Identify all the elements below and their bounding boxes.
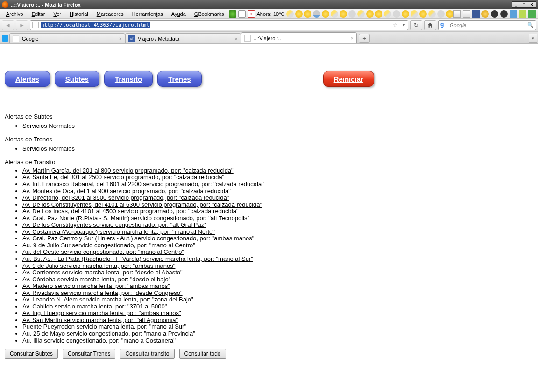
alert-link[interactable]: Av. Directorio, del 3201 al 3500 servici…	[22, 194, 229, 201]
alert-link[interactable]: Av. Rivadavia servicio marcha lenta, por…	[22, 289, 183, 296]
alert-link[interactable]: Au. Illia servicio congestionado, por: "…	[22, 337, 176, 344]
alert-link[interactable]: Av. Gral. Paz Norte (R.Plata - S. Martin…	[22, 215, 249, 222]
tab-close-icon[interactable]: ×	[119, 36, 122, 42]
alert-link[interactable]: Au. del Oeste servicio congestionado, po…	[22, 248, 184, 255]
menu-gbookmarks[interactable]: GBookmarks	[190, 10, 228, 18]
alert-link[interactable]: Av. Corrientes servicio marcha lenta, po…	[22, 269, 183, 276]
address-bar[interactable]: http://localhost:49363/viajero.html ☆ ▼	[30, 20, 408, 30]
weather-icon[interactable]	[411, 10, 418, 18]
menu-ayuda[interactable]: Ayuda	[167, 10, 190, 18]
twitter-icon[interactable]	[2, 35, 8, 42]
alert-link[interactable]: Av. Gral. Paz Centro y Sur (Liniers - Au…	[22, 235, 254, 242]
consultar-todo-button[interactable]: Consultar todo	[179, 349, 226, 359]
notification-icon[interactable]	[481, 10, 489, 18]
alert-link[interactable]: Av. Santa Fe, del 801 al 2500 servicio p…	[22, 174, 224, 181]
weather-icon[interactable]	[304, 10, 311, 18]
weather-icon[interactable]	[331, 10, 338, 18]
menu-ver[interactable]: Ver	[49, 10, 65, 18]
consultar-transito-button[interactable]: Consultar transito	[120, 349, 174, 359]
mail-icon[interactable]	[463, 10, 470, 18]
tab-close-icon[interactable]: ×	[351, 35, 354, 41]
alert-link[interactable]: Av. Costanera (Aeroparque) servicio marc…	[22, 228, 215, 235]
subtes-button[interactable]: Subtes	[55, 71, 99, 87]
status-green-icon[interactable]	[229, 10, 236, 18]
alert-link[interactable]: Av. Ing. Huergo servicio marcha lenta, p…	[22, 309, 181, 316]
extension-icon[interactable]	[510, 10, 517, 18]
weather-icon[interactable]	[340, 10, 347, 18]
mail-icon[interactable]	[453, 10, 461, 18]
menu-editar[interactable]: Editar	[28, 10, 50, 18]
alert-link[interactable]: Av. De los Constituyentes servicio conge…	[22, 221, 206, 228]
transito-section-title: Alertas de Transito	[5, 159, 533, 166]
search-input[interactable]	[449, 22, 525, 28]
tab-viajero-metadata[interactable]: sf Viajero / Metadata ×	[125, 33, 241, 43]
forward-button[interactable]: ►	[16, 20, 28, 30]
transito-button[interactable]: Transito	[104, 71, 153, 87]
weather-icon[interactable]	[402, 10, 409, 18]
trenes-button[interactable]: Trenes	[157, 71, 201, 87]
facebook-icon[interactable]	[472, 10, 480, 18]
home-button[interactable]	[424, 20, 436, 30]
reiniciar-button[interactable]: Reiniciar	[323, 71, 374, 87]
alert-link[interactable]: Av. De los Constituyentes, del 4101 al 6…	[22, 201, 262, 208]
site-identity-icon[interactable]	[32, 22, 39, 28]
alert-link[interactable]: Av. Madero servicio marcha lenta, por: "…	[22, 282, 170, 289]
weather-icon[interactable]	[313, 10, 320, 18]
weather-icon[interactable]	[357, 10, 365, 18]
alert-link[interactable]: Puente Pueyrredon servicio marcha lenta,…	[22, 323, 186, 330]
extension-icon[interactable]	[519, 10, 526, 18]
alert-link[interactable]: Av. San Martín servicio marcha lenta, po…	[22, 316, 178, 323]
alert-link[interactable]: Av. Córdoba servicio marcha lenta, por: …	[22, 276, 170, 283]
new-tab-button[interactable]: +	[359, 34, 370, 43]
back-button[interactable]: ◄	[2, 20, 14, 30]
consultar-trenes-button[interactable]: Consultar Trenes	[63, 349, 115, 359]
maximize-button[interactable]: □	[520, 1, 528, 8]
alert-link[interactable]: Av. 9 de Julio servicio marcha lenta, po…	[22, 262, 175, 269]
bookmark-star-icon[interactable]: ☆	[392, 21, 398, 28]
close-button[interactable]: ✕	[528, 1, 536, 8]
menu-marcadores[interactable]: Marcadores	[92, 10, 128, 18]
alert-link[interactable]: Au. Bs. As. - La Plata (Riachuelo - F. V…	[22, 255, 253, 262]
alert-link[interactable]: Au. 9 de Julio Sur servicio congestionad…	[22, 242, 195, 249]
weather-icon[interactable]	[375, 10, 382, 18]
url-text[interactable]: http://localhost:49363/viajero.html	[41, 22, 150, 28]
alert-link[interactable]: Av. Int. Francisco Rabanal, del 1601 al …	[22, 181, 264, 188]
weather-icon[interactable]	[419, 10, 427, 18]
menu-historial[interactable]: Historial	[65, 10, 92, 18]
extension-icon[interactable]	[491, 10, 498, 18]
alert-link[interactable]: Av. Cabildo servicio marcha lenta, por: …	[22, 303, 167, 310]
alert-link[interactable]: Av. Martín García, del 201 al 800 servic…	[22, 167, 234, 174]
consultar-subtes-button[interactable]: Consultar Subtes	[5, 349, 58, 359]
weather-icon[interactable]	[437, 10, 445, 18]
minimize-button[interactable]: _	[512, 1, 520, 8]
calendar-icon[interactable]	[248, 10, 255, 18]
menu-archivo[interactable]: Archivo	[2, 10, 28, 18]
weather-icon[interactable]	[366, 10, 374, 18]
reload-button[interactable]: ↻	[410, 20, 422, 30]
weather-icon[interactable]	[295, 10, 303, 18]
alert-link[interactable]: Au. 25 de Mayo servicio congestionado, p…	[22, 330, 195, 337]
tab-close-icon[interactable]: ×	[235, 36, 238, 42]
search-go-icon[interactable]: 🔍	[527, 22, 534, 28]
list-item: Av. Int. Francisco Rabanal, del 1601 al …	[22, 181, 533, 188]
tab-google[interactable]: Google ×	[9, 33, 125, 43]
search-bar[interactable]: 🔍	[438, 20, 536, 30]
menu-herramientas[interactable]: Herramientas	[128, 10, 167, 18]
extension-icon[interactable]	[528, 10, 536, 18]
weather-icon[interactable]	[322, 10, 329, 18]
alert-link[interactable]: Av. Montes de Oca, del 1 al 900 servicio…	[22, 188, 231, 195]
extension-icon[interactable]	[500, 10, 508, 18]
alertas-button[interactable]: Alertas	[5, 71, 50, 87]
tab-list-button[interactable]: ▾	[529, 34, 537, 43]
clock-icon[interactable]	[238, 10, 246, 18]
weather-icon[interactable]	[348, 10, 356, 18]
weather-icon[interactable]	[286, 10, 294, 18]
url-dropdown-icon[interactable]: ▼	[402, 23, 406, 28]
weather-icon[interactable]	[384, 10, 391, 18]
alert-link[interactable]: Av. De Los Incas, del 4101 al 4500 servi…	[22, 208, 239, 215]
weather-icon[interactable]	[428, 10, 436, 18]
weather-icon[interactable]	[446, 10, 453, 18]
alert-link[interactable]: Av. Leandro N. Alem servicio marcha lent…	[22, 296, 193, 303]
weather-icon[interactable]	[393, 10, 400, 18]
tab-viajero[interactable]: ..::Viajero::.. ×	[241, 32, 357, 43]
